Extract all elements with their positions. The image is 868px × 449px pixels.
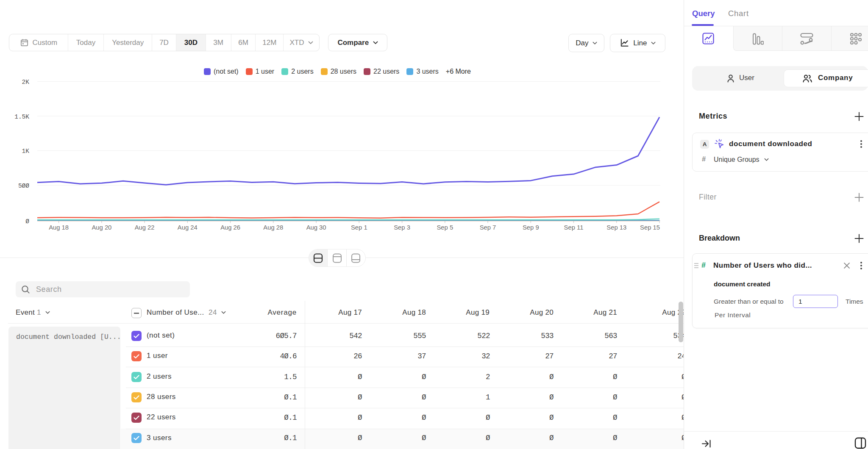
svg-text:Aug 18: Aug 18	[49, 224, 69, 231]
svg-text:Sep 13: Sep 13	[606, 224, 626, 231]
svg-text:Aug 24: Aug 24	[178, 224, 198, 231]
svg-text:Aug 20: Aug 20	[92, 224, 111, 231]
svg-text:1K: 1K	[22, 148, 30, 155]
svg-text:Aug 22: Aug 22	[135, 224, 155, 231]
svg-text:Sep 7: Sep 7	[480, 224, 496, 231]
svg-text:Sep 11: Sep 11	[564, 224, 584, 231]
svg-text:Sep 9: Sep 9	[523, 224, 539, 231]
svg-text:Aug 30: Aug 30	[306, 224, 326, 231]
svg-text:Sep 1: Sep 1	[351, 224, 367, 231]
svg-text:2K: 2K	[22, 79, 30, 86]
svg-text:Aug 28: Aug 28	[263, 224, 283, 231]
svg-text:Ø: Ø	[25, 218, 29, 225]
svg-text:Aug 26: Aug 26	[220, 224, 240, 231]
svg-text:5ØØ: 5ØØ	[18, 183, 29, 189]
svg-text:Sep 5: Sep 5	[437, 224, 453, 231]
svg-text:Sep 15: Sep 15	[640, 224, 660, 231]
svg-text:Sep 3: Sep 3	[394, 224, 410, 231]
svg-text:1.5K: 1.5K	[14, 114, 29, 120]
